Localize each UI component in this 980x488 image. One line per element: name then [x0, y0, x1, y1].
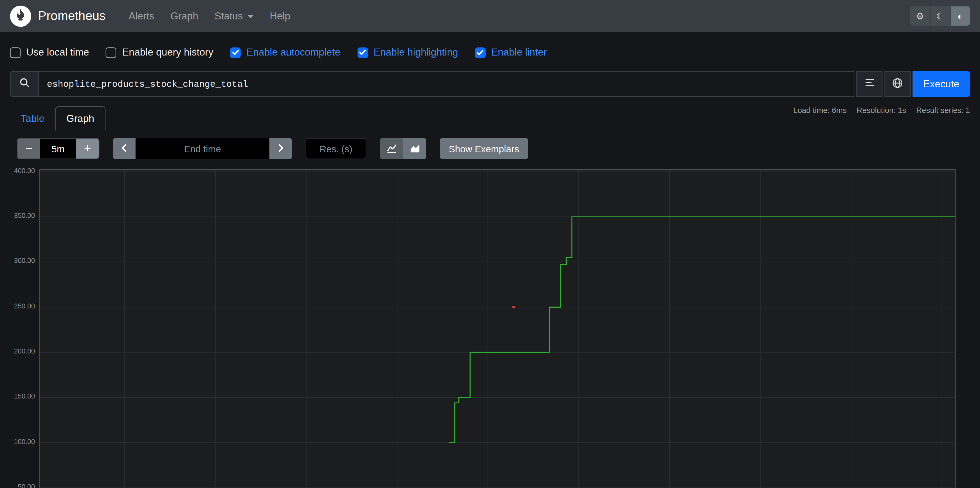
chevron-right-icon [276, 143, 285, 154]
query-stats: Load time: 6ms Resolution: 1s Result ser… [793, 106, 970, 115]
decrease-range-button[interactable]: − [18, 139, 40, 158]
minus-icon: − [25, 142, 32, 155]
graph-controls: − + Show Exemplars [17, 138, 970, 159]
stacked-chart-icon [410, 143, 420, 154]
theme-button-group: ⚙ ☾ ◐ [910, 6, 970, 25]
increase-range-button[interactable]: + [76, 139, 99, 158]
expression-input[interactable] [39, 71, 854, 97]
graph-panel: 400.00 350.00 300.00 250.00 200.00 150.0… [0, 168, 980, 355]
nav-link-graph[interactable]: Graph [162, 10, 207, 22]
nav-link-status[interactable]: Status [207, 10, 262, 22]
checkbox-label: Enable linter [491, 47, 547, 58]
gear-icon: ⚙ [916, 10, 924, 22]
y-axis-tick-label: 300.00 [0, 257, 35, 265]
plus-icon: + [84, 142, 91, 155]
plot-area[interactable] [40, 169, 956, 488]
checkbox-label: Enable highlighting [374, 47, 458, 58]
checkbox-label: Enable autocomplete [247, 47, 340, 58]
auto-theme-button[interactable]: ◐ [950, 6, 970, 25]
contrast-icon: ◐ [958, 11, 963, 21]
checkbox-box [475, 47, 485, 58]
nav-link-help[interactable]: Help [262, 10, 298, 22]
y-axis-tick-label: 100.00 [0, 437, 35, 446]
metrics-explorer-button[interactable] [885, 71, 911, 97]
navbar: Prometheus Alerts Graph Status Help ⚙ ☾ … [0, 0, 980, 32]
show-exemplars-button[interactable]: Show Exemplars [440, 138, 528, 159]
resolution-stat: Resolution: 1s [857, 106, 906, 115]
settings-button[interactable]: ⚙ [910, 6, 930, 25]
main-nav: Alerts Graph Status Help [121, 0, 298, 32]
check-icon [477, 49, 484, 56]
checkbox-label: Use local time [26, 47, 89, 58]
checkbox-box [106, 47, 116, 58]
prometheus-logo[interactable] [10, 5, 31, 27]
checkbox-label: Enable query history [122, 47, 213, 58]
use-local-time-checkbox[interactable]: Use local time [10, 47, 89, 58]
line-chart-button[interactable] [380, 138, 403, 159]
search-button[interactable] [10, 71, 39, 97]
enable-query-history-checkbox[interactable]: Enable query history [106, 47, 213, 58]
time-back-button[interactable] [113, 138, 135, 159]
y-axis-tick-label: 150.00 [0, 393, 35, 401]
check-icon [359, 49, 366, 56]
checkbox-box [230, 47, 241, 58]
nav-link-alerts[interactable]: Alerts [121, 10, 162, 22]
end-time-group [113, 138, 292, 159]
tab-table[interactable]: Table [10, 107, 55, 130]
y-axis-tick-label: 400.00 [0, 166, 35, 175]
load-time-stat: Load time: 6ms [793, 106, 847, 115]
tab-bar: Table Graph Load time: 6ms Resolution: 1… [10, 105, 970, 130]
result-series-stat: Result series: 1 [916, 106, 970, 115]
format-expression-button[interactable] [856, 71, 882, 97]
torch-flame-icon [14, 8, 27, 24]
query-options-row: Use local time Enable query history Enab… [0, 32, 980, 64]
query-bar: Execute [10, 71, 970, 97]
prometheus-app: Prometheus Alerts Graph Status Help ⚙ ☾ … [0, 0, 980, 488]
stacked-chart-button[interactable] [403, 138, 426, 159]
checkbox-box [357, 47, 368, 58]
range-input-group: − + [17, 138, 100, 159]
enable-linter-checkbox[interactable]: Enable linter [475, 47, 547, 58]
caret-down-icon [247, 14, 253, 18]
end-time-input[interactable] [136, 138, 270, 159]
nav-link-status-label: Status [215, 10, 243, 21]
moon-icon: ☾ [936, 10, 944, 22]
brand-title[interactable]: Prometheus [38, 9, 105, 23]
format-lines-icon [864, 78, 875, 90]
chevron-left-icon [120, 143, 129, 154]
y-axis-tick-label: 250.00 [0, 302, 35, 311]
check-icon [232, 49, 239, 56]
line-chart-icon [387, 143, 397, 154]
chart-type-toggle [380, 138, 426, 159]
resolution-input[interactable] [306, 138, 366, 159]
search-icon [19, 78, 30, 90]
y-axis-tick-label: 350.00 [0, 212, 35, 220]
range-input[interactable] [40, 139, 76, 158]
y-axis-tick-label: 200.00 [0, 347, 35, 355]
enable-highlighting-checkbox[interactable]: Enable highlighting [357, 47, 458, 58]
time-forward-button[interactable] [269, 138, 292, 159]
enable-autocomplete-checkbox[interactable]: Enable autocomplete [230, 47, 340, 58]
checkbox-box [10, 47, 21, 58]
y-axis-tick-label: 50.00 [0, 483, 35, 488]
chart-svg [40, 170, 955, 488]
tab-graph[interactable]: Graph [55, 106, 105, 130]
dark-theme-button[interactable]: ☾ [930, 6, 950, 25]
execute-button[interactable]: Execute [913, 71, 970, 97]
globe-icon [892, 77, 903, 91]
